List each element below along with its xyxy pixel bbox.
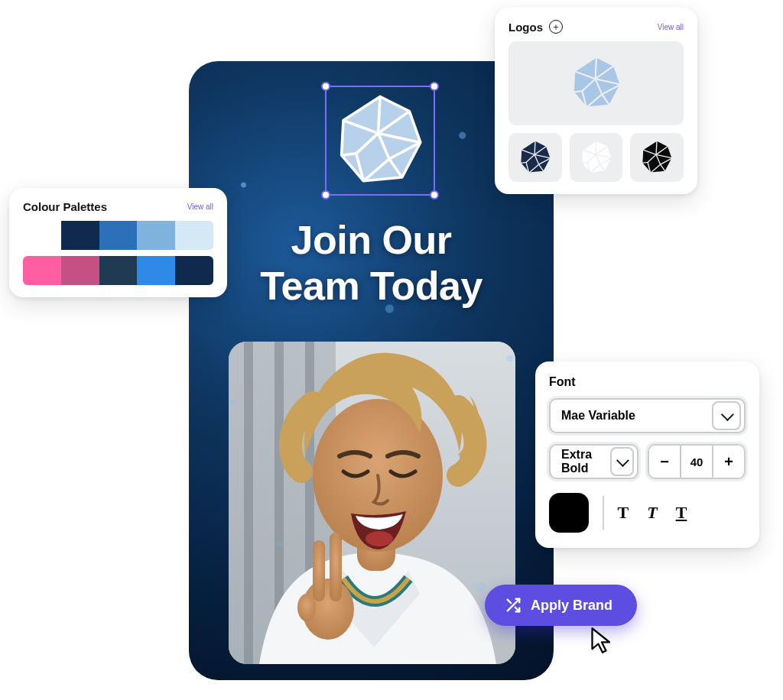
palette-swatch[interactable] — [137, 256, 175, 285]
logo-thumbnail[interactable] — [570, 133, 623, 182]
palette-swatch[interactable] — [61, 256, 99, 285]
svg-rect-12 — [330, 533, 342, 601]
chevron-down-icon[interactable] — [610, 447, 634, 476]
font-weight-select[interactable]: Extra Bold — [549, 444, 638, 479]
increase-size-button[interactable]: + — [713, 446, 744, 478]
font-size-stepper: − 40 + — [648, 444, 746, 479]
font-weight-value: Extra Bold — [561, 448, 610, 475]
logo-thumbnail-featured[interactable] — [508, 41, 684, 125]
palette-swatch[interactable] — [23, 221, 61, 250]
palettes-title: Colour Palettes — [23, 200, 107, 213]
palette-swatch[interactable] — [99, 221, 138, 250]
palette-row[interactable] — [23, 256, 213, 285]
font-panel: Font Mae Variable Extra Bold − 40 + T T … — [535, 361, 759, 548]
svg-rect-11 — [313, 540, 325, 601]
add-logo-button[interactable]: ＋ — [549, 20, 563, 34]
palette-swatch[interactable] — [23, 256, 61, 285]
resize-handle-tr[interactable] — [430, 82, 439, 91]
brand-logo-icon — [518, 140, 553, 175]
colour-palettes-panel: Colour Palettes View all — [9, 188, 227, 297]
headline-text[interactable]: Join Our Team Today — [189, 218, 554, 309]
resize-handle-tl[interactable] — [321, 82, 330, 91]
svg-rect-4 — [244, 342, 253, 664]
palette-swatch[interactable] — [175, 221, 213, 250]
hero-photo[interactable] — [229, 342, 515, 664]
font-color-swatch[interactable] — [549, 493, 589, 533]
logo-selection-box[interactable] — [325, 86, 435, 196]
palettes-view-all-link[interactable]: View all — [187, 203, 213, 211]
palette-swatch[interactable] — [61, 221, 99, 250]
brand-logo-icon[interactable] — [334, 95, 426, 186]
brand-logo-icon — [569, 56, 624, 111]
apply-brand-button[interactable]: Apply Brand — [485, 585, 637, 626]
italic-toggle[interactable]: T — [647, 503, 657, 523]
divider — [603, 496, 604, 530]
palette-swatch[interactable] — [137, 221, 175, 250]
cursor-icon — [589, 627, 616, 654]
font-title: Font — [549, 375, 746, 389]
logos-view-all-link[interactable]: View all — [658, 23, 684, 31]
svg-point-9 — [366, 531, 393, 546]
font-family-value: Mae Variable — [561, 409, 635, 423]
palette-row[interactable] — [23, 221, 213, 250]
decrease-size-button[interactable]: − — [649, 446, 680, 478]
brand-logo-icon — [579, 140, 614, 175]
palette-swatch[interactable] — [175, 256, 213, 285]
bold-toggle[interactable]: T — [618, 503, 629, 523]
underline-toggle[interactable]: T — [676, 503, 687, 523]
logos-title: Logos — [508, 21, 543, 34]
resize-handle-bl[interactable] — [321, 190, 330, 199]
font-size-value[interactable]: 40 — [680, 446, 713, 478]
shuffle-icon — [505, 597, 521, 614]
logo-thumbnail[interactable] — [508, 133, 562, 182]
font-family-select[interactable]: Mae Variable — [549, 398, 746, 433]
chevron-down-icon[interactable] — [712, 401, 741, 430]
brand-logo-icon — [639, 140, 674, 175]
logos-panel: Logos ＋ View all — [495, 8, 697, 194]
logo-thumbnail[interactable] — [630, 133, 684, 182]
palette-swatch[interactable] — [99, 256, 138, 285]
svg-point-13 — [297, 594, 316, 621]
resize-handle-br[interactable] — [430, 190, 439, 199]
apply-brand-label: Apply Brand — [531, 598, 612, 614]
